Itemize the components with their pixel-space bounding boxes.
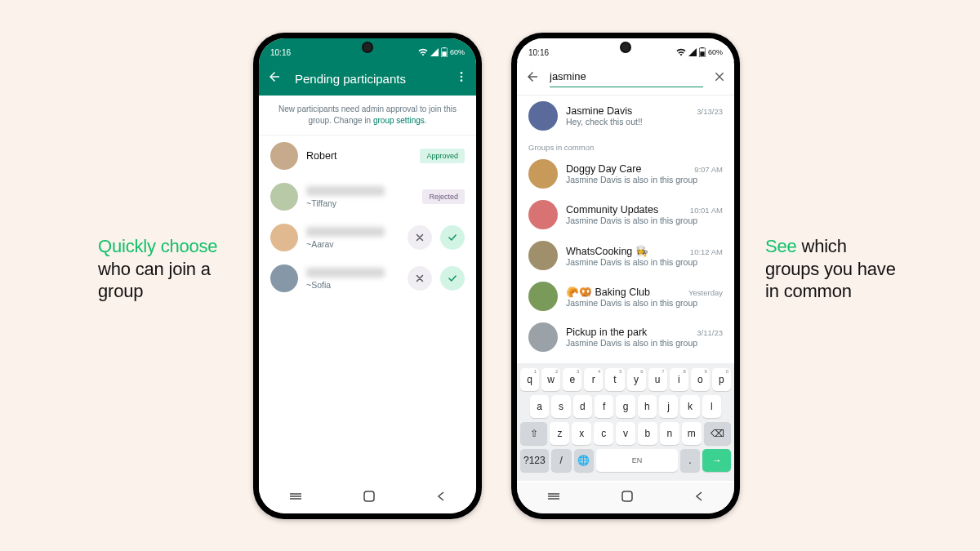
battery-pct: 60% [450,48,465,56]
signal-icon [430,48,439,56]
key-i[interactable]: i8 [670,368,688,391]
key-u[interactable]: u7 [648,368,667,391]
contact-result[interactable]: Jasmine Davis 3/13/23 Hey, check this ou… [517,96,734,136]
svg-rect-2 [443,47,445,48]
key-m[interactable]: m [682,422,702,445]
group-settings-link[interactable]: group settings [373,116,425,125]
group-result[interactable]: Doggy Day Care9:07 AMJasmine Davis is al… [517,153,734,194]
avatar [270,264,298,292]
blurred-phone-number [306,227,385,237]
admin-approval-notice: New participants need admin approval to … [259,96,476,136]
nav-back-button[interactable] [693,491,705,505]
blurred-phone-number [306,186,385,196]
status-time: 10:16 [528,48,549,57]
avatar [528,200,558,229]
dot-key[interactable]: . [680,449,701,472]
status-icons: 60% [676,47,723,57]
clear-search-icon[interactable] [713,70,726,87]
key-g[interactable]: g [616,395,635,418]
recents-button[interactable] [288,491,303,505]
search-back-icon[interactable] [525,69,540,87]
home-button[interactable] [363,490,376,506]
participant-row[interactable]: ~TiffanyRejected [259,176,476,217]
svg-rect-11 [700,51,704,56]
battery-pct: 60% [708,48,723,56]
participant-row[interactable]: ~Aarav [259,217,476,258]
key-j[interactable]: j [659,395,678,418]
menu-icon[interactable] [455,70,468,87]
key-l[interactable]: l [702,395,721,418]
key-b[interactable]: b [638,422,657,445]
svg-rect-12 [701,47,703,48]
group-name: Pickup in the park [566,327,647,338]
approve-button[interactable] [440,225,465,250]
key-n[interactable]: n [660,422,679,445]
key-k[interactable]: k [680,395,699,418]
reject-button[interactable] [408,225,432,250]
space-key[interactable]: EN [596,449,677,472]
avatar [528,101,558,131]
key-x[interactable]: x [572,422,591,445]
key-w[interactable]: w2 [541,368,560,391]
right-caption-accent: See [765,236,797,256]
group-name: Community Updates [566,204,658,216]
key-o[interactable]: o9 [691,368,710,391]
search-bar [517,61,734,96]
key-r[interactable]: r4 [584,368,603,391]
key-v[interactable]: v [616,422,635,445]
groups-in-common-header: Groups in common [517,136,734,153]
group-subtitle: Jasmine Davis is also in this group [566,257,723,267]
participant-name: Robert [306,150,412,162]
key-a[interactable]: a [530,395,549,418]
reject-button[interactable] [408,266,432,291]
enter-key[interactable]: → [702,449,731,472]
approve-button[interactable] [440,266,465,291]
key-c[interactable]: c [594,422,613,445]
group-result[interactable]: Pickup in the park3/11/23Jasmine Davis i… [517,317,734,358]
key-h[interactable]: h [638,395,657,418]
group-result[interactable]: Community Updates10:01 AMJasmine Davis i… [517,194,734,235]
backspace-key[interactable]: ⌫ [704,422,731,445]
language-key[interactable]: 🌐 [574,449,595,472]
nav-back-button[interactable] [435,491,447,505]
home-button[interactable] [621,490,634,506]
key-p[interactable]: p0 [712,368,731,391]
keyboard: q1w2e3r4t5y6u7i8o9p0asdfghjkl⇧zxcvbnm⌫?1… [517,363,734,481]
group-result[interactable]: 🥐🥨 Baking ClubYesterdayJasmine Davis is … [517,276,734,317]
left-caption: Quickly choose who can join a group [98,235,237,303]
group-subtitle: Jasmine Davis is also in this group [566,338,723,348]
shift-key[interactable]: ⇧ [520,422,547,445]
camera-hole [363,43,372,51]
key-e[interactable]: e3 [563,368,581,391]
search-results: Jasmine Davis 3/13/23 Hey, check this ou… [517,96,734,358]
back-icon[interactable] [267,69,282,87]
avatar [270,183,298,211]
wifi-icon [418,48,428,56]
key-q[interactable]: q1 [520,368,539,391]
avatar [270,224,298,251]
avatar [528,322,558,352]
participant-alias: ~Sofia [306,280,399,290]
slash-key[interactable]: / [551,449,572,472]
search-input[interactable] [550,70,687,82]
recents-button[interactable] [546,491,561,505]
key-t[interactable]: t5 [605,368,624,391]
group-name: Doggy Day Care [566,163,641,175]
left-caption-rest: who can join a group [98,259,211,302]
key-s[interactable]: s [551,395,570,418]
avatar [528,241,558,270]
key-f[interactable]: f [595,395,613,418]
key-d[interactable]: d [573,395,592,418]
group-result[interactable]: WhatsCooking 👩‍🍳10:12 AMJasmine Davis is… [517,235,734,276]
group-subtitle: Jasmine Davis is also in this group [566,298,723,308]
status-time: 10:16 [270,48,291,57]
key-y[interactable]: y6 [627,368,646,391]
group-time: 10:12 AM [690,247,723,256]
symbols-key[interactable]: ?123 [520,449,549,472]
android-navbar [259,482,476,513]
participant-row[interactable]: RobertApproved [259,136,476,176]
avatar [528,159,558,189]
participant-row[interactable]: ~Sofia [259,258,476,299]
participants-list: RobertApproved~TiffanyRejected~Aarav~Sof… [259,136,476,299]
key-z[interactable]: z [550,422,569,445]
